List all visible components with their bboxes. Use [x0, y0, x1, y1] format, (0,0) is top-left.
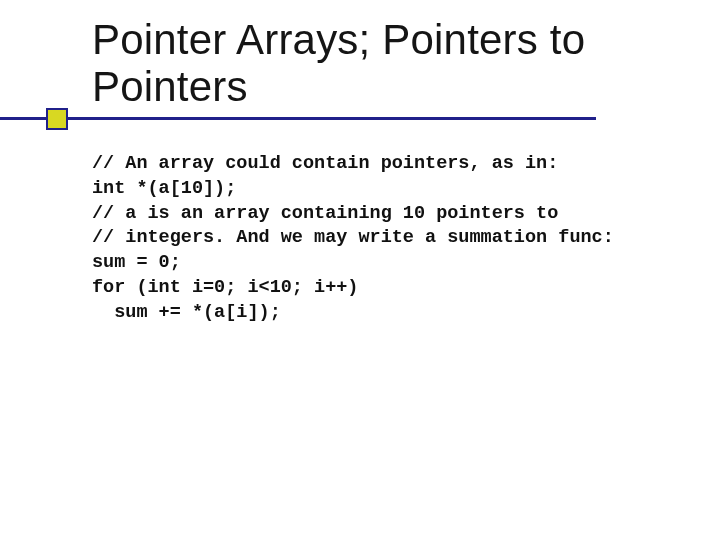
slide: Pointer Arrays; Pointers to Pointers // …	[0, 0, 720, 540]
code-line: // a is an array containing 10 pointers …	[92, 203, 558, 224]
code-line: // An array could contain pointers, as i…	[92, 153, 558, 174]
title-area: Pointer Arrays; Pointers to Pointers	[92, 16, 690, 110]
code-line: int *(a[10]);	[92, 178, 236, 199]
title-underline	[0, 117, 596, 120]
code-line: sum = 0;	[92, 252, 181, 273]
code-line: // integers. And we may write a summatio…	[92, 227, 614, 248]
code-block: // An array could contain pointers, as i…	[92, 152, 690, 325]
code-line: sum += *(a[i]);	[92, 302, 281, 323]
slide-title: Pointer Arrays; Pointers to Pointers	[92, 16, 690, 110]
bullet-square-icon	[46, 108, 68, 130]
code-line: for (int i=0; i<10; i++)	[92, 277, 358, 298]
